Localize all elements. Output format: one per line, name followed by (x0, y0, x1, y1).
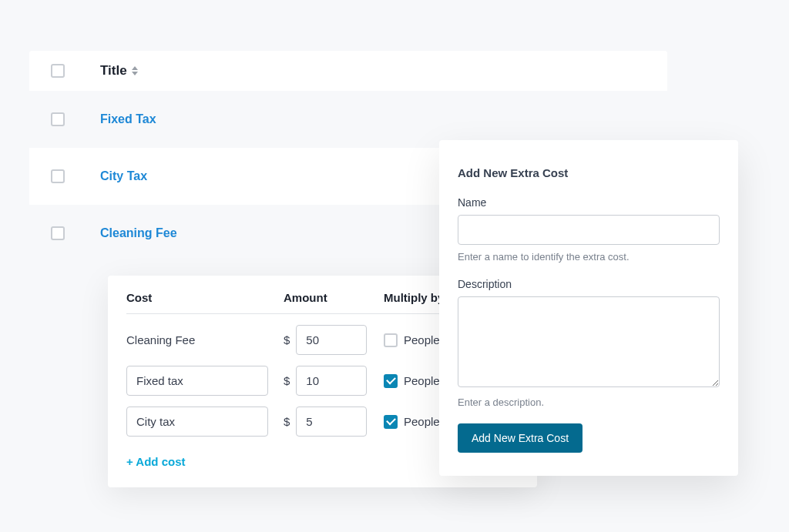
description-help-text: Enter a description. (458, 396, 720, 408)
amount-input[interactable] (296, 325, 367, 355)
cost-name-input[interactable] (126, 366, 268, 396)
description-textarea[interactable] (458, 296, 720, 387)
multiply-checkbox[interactable] (384, 333, 398, 347)
amount-input[interactable] (296, 407, 367, 437)
select-all-checkbox[interactable] (51, 64, 65, 78)
add-cost-link[interactable]: + Add cost (126, 455, 186, 468)
item-link[interactable]: Fixed Tax (100, 112, 156, 126)
cost-name-input[interactable] (126, 407, 268, 437)
sort-icon (132, 66, 138, 75)
multiply-checkbox[interactable] (384, 374, 398, 388)
currency-symbol: $ (284, 333, 290, 346)
cost-name: Cleaning Fee (126, 333, 284, 346)
list-header-row: Title (29, 51, 667, 91)
add-extra-cost-button[interactable]: Add New Extra Cost (458, 423, 583, 453)
item-link[interactable]: City Tax (100, 169, 147, 183)
multiply-label: People (404, 374, 440, 387)
col-amount: Amount (284, 291, 384, 304)
col-cost: Cost (126, 291, 284, 304)
amount-input[interactable] (296, 366, 367, 396)
multiply-label: People (404, 415, 440, 428)
column-title-label: Title (100, 63, 127, 79)
currency-symbol: $ (284, 415, 290, 428)
multiply-checkbox[interactable] (384, 415, 398, 429)
name-label: Name (458, 196, 720, 209)
item-link[interactable]: Cleaning Fee (100, 226, 177, 240)
row-checkbox[interactable] (51, 112, 65, 126)
name-help-text: Enter a name to identify the extra cost. (458, 251, 720, 263)
row-checkbox[interactable] (51, 226, 65, 240)
row-checkbox[interactable] (51, 169, 65, 183)
column-title[interactable]: Title (100, 63, 138, 79)
list-row: Fixed Tax (29, 91, 667, 148)
add-extra-cost-panel: Add New Extra Cost Name Enter a name to … (439, 140, 738, 476)
multiply-label: People (404, 333, 440, 346)
name-input[interactable] (458, 215, 720, 245)
description-label: Description (458, 278, 720, 290)
currency-symbol: $ (284, 374, 290, 387)
panel-title: Add New Extra Cost (458, 166, 720, 179)
